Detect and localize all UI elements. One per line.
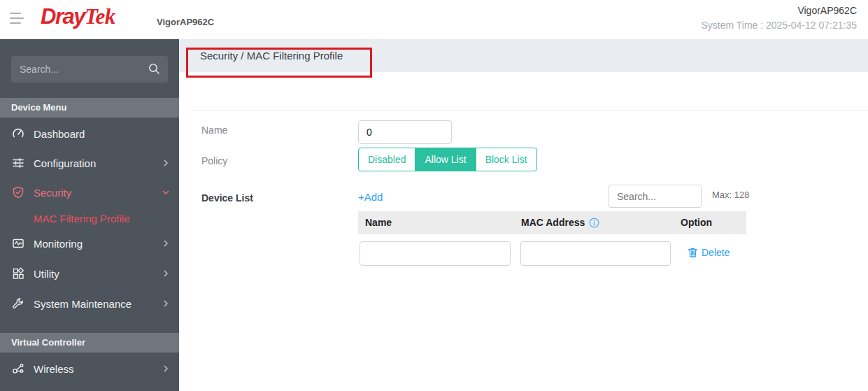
info-icon[interactable] xyxy=(589,218,599,228)
mac-address-header-text: MAC Address xyxy=(521,211,585,234)
shield-check-icon xyxy=(12,186,24,199)
device-mac-input[interactable] xyxy=(520,241,671,266)
model-label: VigorAP962C xyxy=(157,17,214,27)
chevron-right-icon xyxy=(162,300,169,307)
section-virtual-controller: Virtual Controller xyxy=(0,333,179,353)
trash-icon xyxy=(688,247,698,258)
sidebar-search xyxy=(11,56,168,83)
device-list-label: Device List xyxy=(201,192,253,204)
app-header: DrayTek VigorAP962C VigorAP962C System T… xyxy=(0,0,868,39)
menu-toggle-icon[interactable] xyxy=(10,13,24,24)
device-list-search-input[interactable] xyxy=(609,185,702,208)
sidebar-item-security[interactable]: Security xyxy=(0,178,179,207)
chevron-right-icon xyxy=(162,240,169,247)
chevron-right-icon xyxy=(162,159,169,166)
device-name-input[interactable] xyxy=(360,241,511,266)
network-nodes-icon xyxy=(12,362,24,375)
column-header-option: Option xyxy=(681,211,712,234)
content-card: Name Policy Disabled Allow List Block Li… xyxy=(190,72,868,391)
column-header-name: Name xyxy=(365,211,392,234)
dashboard-icon xyxy=(12,127,24,140)
chevron-right-icon xyxy=(162,270,169,277)
device-name: VigorAP962C xyxy=(701,5,857,16)
column-header-mac: MAC Address xyxy=(521,211,599,234)
draytek-logo: DrayTek xyxy=(41,4,115,29)
sidebar-item-label: Monitoring xyxy=(34,238,83,250)
sidebar-item-monitoring[interactable]: Monitoring xyxy=(0,229,179,258)
search-icon[interactable] xyxy=(148,62,161,76)
sidebar-item-label: Utility xyxy=(34,268,59,280)
device-table-header: Name MAC Address Option xyxy=(358,211,746,234)
policy-allow-list-button[interactable]: Allow List xyxy=(415,148,476,171)
chevron-down-icon xyxy=(162,189,169,196)
sidebar-item-label: Dashboard xyxy=(34,128,85,140)
sidebar-item-utility[interactable]: Utility xyxy=(0,259,179,288)
add-device-link[interactable]: +Add xyxy=(358,191,383,203)
delete-label: Delete xyxy=(702,247,730,258)
monitor-pulse-icon xyxy=(12,237,24,250)
policy-disabled-button[interactable]: Disabled xyxy=(358,148,415,171)
system-time: System Time : 2025-04-12 07:21:35 xyxy=(701,20,857,31)
sliders-icon xyxy=(12,157,24,169)
sidebar-item-label: Configuration xyxy=(34,157,96,169)
sidebar-search-input[interactable] xyxy=(20,56,145,83)
logo-dray-text: Dray xyxy=(41,4,85,29)
sidebar: Device Menu Dashboard Configuration Secu… xyxy=(0,39,179,391)
name-label: Name xyxy=(201,125,227,136)
section-device-menu: Device Menu xyxy=(0,98,179,118)
sidebar-item-label: Wireless xyxy=(34,363,74,375)
sidebar-item-wireless[interactable]: Wireless xyxy=(0,354,179,383)
sidebar-item-mac-filtering-profile[interactable]: MAC Filtering Profile xyxy=(0,207,179,231)
chevron-right-icon xyxy=(162,365,169,372)
wrench-icon xyxy=(12,297,24,310)
policy-block-list-button[interactable]: Block List xyxy=(476,148,537,171)
section-divider xyxy=(190,110,868,111)
policy-segmented-control: Disabled Allow List Block List xyxy=(358,148,537,171)
policy-label: Policy xyxy=(201,155,227,166)
sidebar-item-label: System Maintenance xyxy=(34,298,131,310)
sidebar-item-system-maintenance[interactable]: System Maintenance xyxy=(0,289,179,318)
max-entries-note: Max: 128 xyxy=(712,190,749,200)
profile-name-input[interactable] xyxy=(358,120,452,144)
sidebar-item-label: Security xyxy=(34,187,71,199)
breadcrumb: Security / MAC Filtering Profile xyxy=(200,50,343,62)
breadcrumb-band: Security / MAC Filtering Profile xyxy=(179,39,868,72)
sidebar-item-configuration[interactable]: Configuration xyxy=(0,148,179,178)
logo-tek-text: Tek xyxy=(85,4,115,29)
delete-row-link[interactable]: Delete xyxy=(688,247,730,258)
sidebar-item-dashboard[interactable]: Dashboard xyxy=(0,119,179,148)
apps-grid-icon xyxy=(12,267,24,280)
